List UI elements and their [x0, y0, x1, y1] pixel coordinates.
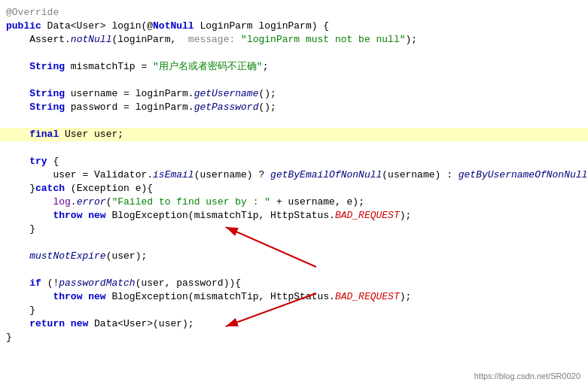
code-container: @Override public Data<User> login(@ NotN… — [0, 0, 588, 385]
kw-new2: new — [88, 290, 105, 304]
code-line-13: user = Validator. isEmail (username) ? g… — [0, 168, 588, 182]
code-line-9 — [0, 114, 588, 128]
string-notnull: "loginParm must not be null" — [241, 33, 405, 47]
code-line-18 — [0, 236, 588, 250]
code-line-24: return new Data<User>(user); — [0, 317, 588, 331]
code-line-23: } — [0, 304, 588, 317]
string-mismatch: "用户名或者密码不正确" — [153, 60, 263, 74]
method-logerror: error — [77, 196, 106, 209]
method-getbyusername: getByUsernameOfNonNull — [459, 168, 588, 182]
string-logerror: "Failed to find user by : " — [111, 196, 270, 209]
kw-return: return — [29, 317, 65, 331]
kw-catch: catch — [35, 182, 65, 196]
code-line-19: mustNotExpire (user); — [0, 250, 588, 263]
code-line-5: String mismatchTip = "用户名或者密码不正确" ; — [0, 60, 588, 74]
code-line-6 — [0, 74, 588, 87]
kw-public: public — [6, 20, 41, 33]
code-line-4 — [0, 47, 588, 60]
code-line-22: throw new BlogException(mismatchTip, Htt… — [0, 290, 588, 304]
code-line-2: public Data<User> login(@ NotNull LoginP… — [0, 20, 588, 33]
kw-throw2: throw — [53, 290, 82, 304]
bad-request-1: BAD_REQUEST — [335, 209, 400, 223]
method-isemail: isEmail — [153, 168, 194, 182]
code-line-7: String username = loginParm. getUsername… — [0, 87, 588, 101]
kw-string1: String — [6, 60, 65, 74]
code-line-25: } — [0, 331, 588, 344]
code-line-12: try { — [0, 155, 588, 168]
code-line-11 — [0, 141, 588, 155]
code-line-15: log . error ( "Failed to find user by : … — [0, 196, 588, 209]
watermark: https://blog.csdn.net/SR0020 — [474, 371, 580, 380]
kw-string2: String — [6, 87, 65, 101]
method-getusername: getUsername — [194, 87, 259, 101]
kw-if: if — [29, 277, 41, 290]
method-notnull: notNull — [71, 33, 112, 47]
method-getbyemail: getByEmailOfNonNull — [270, 168, 382, 182]
method-mustnotexpire: mustNotExpire — [29, 250, 105, 263]
code-line-8: String password = loginParm. getPassword… — [0, 101, 588, 114]
kw-new3: new — [71, 317, 88, 331]
code-line-17: } — [0, 223, 588, 236]
method-passwordmatch: passwordMatch — [59, 277, 135, 290]
bad-request-2: BAD_REQUEST — [335, 290, 400, 304]
code-line-3: Assert. notNull (loginParm, message: "lo… — [0, 33, 588, 47]
code-line-16: throw new BlogException(mismatchTip, Htt… — [0, 209, 588, 223]
annotation-override: @Override — [6, 6, 59, 20]
method-getpassword: getPassword — [194, 101, 259, 114]
code-line-21: if (! passwordMatch (user, password)){ — [0, 277, 588, 290]
kw-notnull: NotNull — [153, 20, 194, 33]
kw-final: final — [6, 128, 59, 141]
kw-throw1: throw — [53, 209, 82, 223]
code-line-14: } catch (Exception e){ — [0, 182, 588, 196]
kw-try: try — [6, 155, 47, 168]
code-line-1: @Override — [0, 6, 588, 20]
code-line-10: final User user; — [0, 128, 588, 141]
kw-string3: String — [6, 101, 65, 114]
code-line-20 — [0, 263, 588, 277]
kw-new1: new — [88, 209, 105, 223]
